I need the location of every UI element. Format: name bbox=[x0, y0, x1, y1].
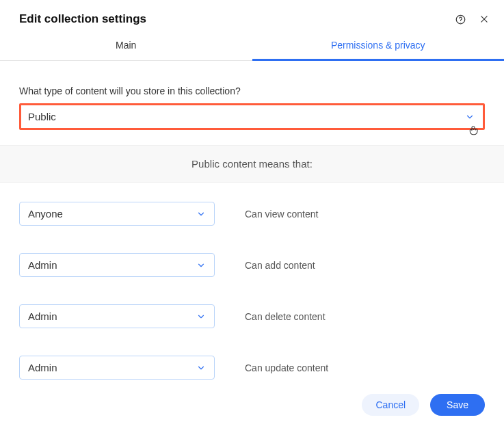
tab-permissions[interactable]: Permissions & privacy bbox=[252, 31, 505, 60]
perm-label-add: Can add content bbox=[245, 260, 315, 271]
cancel-button[interactable]: Cancel bbox=[362, 394, 419, 416]
chevron-down-icon bbox=[465, 112, 475, 122]
perm-role-value: Admin bbox=[28, 310, 57, 322]
dialog-title: Edit collection settings bbox=[19, 12, 146, 26]
svg-point-0 bbox=[456, 15, 465, 24]
perm-row-delete: Admin Can delete content bbox=[19, 304, 485, 328]
cursor-icon bbox=[468, 124, 479, 137]
chevron-down-icon bbox=[196, 261, 206, 270]
perm-row-add: Admin Can add content bbox=[19, 253, 485, 277]
perm-role-select-delete[interactable]: Admin bbox=[19, 304, 215, 328]
perm-role-value: Admin bbox=[28, 362, 57, 373]
tab-main[interactable]: Main bbox=[0, 31, 252, 60]
content-type-select[interactable]: Public bbox=[21, 105, 483, 128]
content-area: What type of content will you store in t… bbox=[0, 61, 504, 130]
perm-label-view: Can view content bbox=[245, 209, 318, 220]
save-button[interactable]: Save bbox=[430, 394, 485, 416]
chevron-down-icon bbox=[196, 209, 206, 219]
header-icons bbox=[455, 14, 489, 25]
svg-point-1 bbox=[460, 21, 461, 22]
perm-role-select-update[interactable]: Admin bbox=[19, 356, 215, 380]
help-icon[interactable] bbox=[455, 14, 466, 25]
perm-role-value: Admin bbox=[28, 259, 57, 271]
dialog-footer: Cancel Save bbox=[362, 394, 485, 416]
content-type-value: Public bbox=[28, 111, 56, 122]
perm-row-update: Admin Can update content bbox=[19, 356, 485, 380]
dialog-header: Edit collection settings bbox=[0, 0, 504, 31]
perm-label-delete: Can delete content bbox=[245, 311, 326, 322]
perm-role-select-view[interactable]: Anyone bbox=[19, 202, 215, 226]
chevron-down-icon bbox=[196, 363, 206, 373]
chevron-down-icon bbox=[196, 312, 206, 321]
perm-role-select-add[interactable]: Admin bbox=[19, 253, 215, 277]
permissions-list: Anyone Can view content Admin Can add co… bbox=[0, 183, 504, 380]
perm-role-value: Anyone bbox=[28, 208, 63, 220]
info-band: Public content means that: bbox=[0, 145, 504, 183]
close-icon[interactable] bbox=[479, 14, 489, 24]
perm-row-view: Anyone Can view content bbox=[19, 202, 485, 226]
tabs: Main Permissions & privacy bbox=[0, 31, 504, 61]
content-type-highlight: Public bbox=[19, 103, 485, 130]
content-type-question: What type of content will you store in t… bbox=[19, 85, 485, 96]
perm-label-update: Can update content bbox=[245, 362, 328, 373]
